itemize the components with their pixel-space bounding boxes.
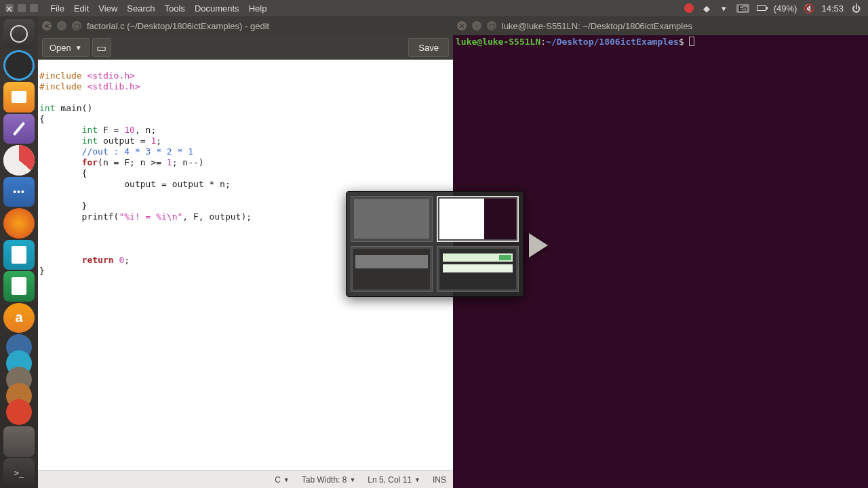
chevron-down-icon: ▼ xyxy=(75,44,82,52)
stacked-app-icons xyxy=(3,334,35,425)
amazon-icon[interactable] xyxy=(3,303,35,333)
volume-muted-icon[interactable]: 🔇 xyxy=(804,3,814,14)
battery-icon[interactable] xyxy=(756,3,767,14)
menu-search[interactable]: Search xyxy=(127,3,155,14)
gedit-title: factorial.c (~/Desktop/1806ictExamples) … xyxy=(87,21,269,31)
close-icon[interactable]: ✕ xyxy=(457,21,467,30)
menu-help[interactable]: Help xyxy=(249,3,267,14)
minimize-window-button[interactable] xyxy=(18,4,26,12)
workspace-1[interactable] xyxy=(351,196,433,242)
terminal-titlebar[interactable]: ✕ − ▢ luke@luke-S551LN: ~/Desktop/1806ic… xyxy=(453,16,868,35)
battery-percent: (49%) xyxy=(774,3,797,14)
cursor-position[interactable]: Ln 5, Col 11▼ xyxy=(368,475,420,485)
unity-launcher xyxy=(0,16,38,488)
workspace-next-arrow-icon[interactable] xyxy=(529,233,548,258)
dropbox-icon[interactable]: ◆ xyxy=(701,3,712,14)
menu-documents[interactable]: Documents xyxy=(195,3,239,14)
menu-tools[interactable]: Tools xyxy=(165,3,185,14)
menu-edit[interactable]: Edit xyxy=(74,3,89,14)
open-label: Open xyxy=(50,43,71,53)
desktop-menubar: ✕ File Edit View Search Tools Documents … xyxy=(0,0,868,16)
save-button[interactable]: Save xyxy=(408,38,449,57)
chevron-down-icon: ▼ xyxy=(414,476,420,483)
language-picker[interactable]: C▼ xyxy=(275,475,290,485)
terminal-icon[interactable] xyxy=(3,458,35,488)
close-window-button[interactable]: ✕ xyxy=(5,4,14,12)
dash-icon[interactable] xyxy=(3,19,35,49)
keyboard-lang-indicator[interactable]: En xyxy=(736,4,749,13)
terminal-title: luke@luke-S551LN: ~/Desktop/1806ictExamp… xyxy=(502,21,692,31)
clock[interactable]: 14:53 xyxy=(821,3,844,14)
open-button[interactable]: Open ▼ xyxy=(42,38,90,57)
chevron-down-icon: ▼ xyxy=(349,476,355,483)
circle-app-icon[interactable] xyxy=(3,50,35,81)
app-menus: File Edit View Search Tools Documents He… xyxy=(43,3,267,14)
new-document-icon: ▭ xyxy=(96,41,106,54)
workspace-2[interactable] xyxy=(437,196,519,242)
disk-usage-icon[interactable] xyxy=(3,145,35,175)
text-editor-icon[interactable] xyxy=(3,114,35,144)
workspace-4[interactable] xyxy=(437,246,519,292)
maximize-icon[interactable]: ▢ xyxy=(487,21,496,30)
gedit-statusbar: C▼ Tab Width: 8▼ Ln 5, Col 11▼ INS xyxy=(38,470,453,488)
gedit-titlebar[interactable]: ✕ − ▢ factorial.c (~/Desktop/1806ictExam… xyxy=(38,16,453,35)
more-apps-icon[interactable] xyxy=(3,177,35,207)
tabwidth-picker[interactable]: Tab Width: 8▼ xyxy=(302,475,356,485)
terminal-cursor xyxy=(689,37,694,46)
maximize-window-button[interactable] xyxy=(30,4,38,12)
gedit-toolbar: Open ▼ ▭ Save xyxy=(38,35,453,60)
record-indicator-icon[interactable] xyxy=(684,3,694,14)
minimize-icon[interactable]: − xyxy=(472,21,481,30)
minimize-icon[interactable]: − xyxy=(57,21,66,30)
save-label: Save xyxy=(418,43,439,53)
insert-mode[interactable]: INS xyxy=(433,475,446,485)
menu-file[interactable]: File xyxy=(50,3,64,14)
menu-view[interactable]: View xyxy=(98,3,117,14)
firefox-icon[interactable] xyxy=(3,208,35,238)
new-tab-button[interactable]: ▭ xyxy=(92,38,111,57)
chevron-down-icon: ▼ xyxy=(283,476,290,483)
workspace-3[interactable] xyxy=(351,246,433,292)
writer-icon[interactable] xyxy=(3,240,35,270)
app5-icon[interactable] xyxy=(6,399,32,425)
workspace-switcher[interactable] xyxy=(346,191,524,297)
session-icon[interactable]: ⏻ xyxy=(850,3,861,14)
files-icon[interactable] xyxy=(3,82,35,112)
document-icon[interactable] xyxy=(3,426,35,456)
close-icon[interactable]: ✕ xyxy=(42,21,52,30)
system-tray: ◆ ▾ En (49%) 🔇 14:53 ⏻ xyxy=(684,3,868,14)
calc-icon[interactable] xyxy=(3,271,35,301)
maximize-icon[interactable]: ▢ xyxy=(72,21,81,30)
window-controls: ✕ xyxy=(0,4,43,12)
wifi-icon[interactable]: ▾ xyxy=(719,3,730,14)
